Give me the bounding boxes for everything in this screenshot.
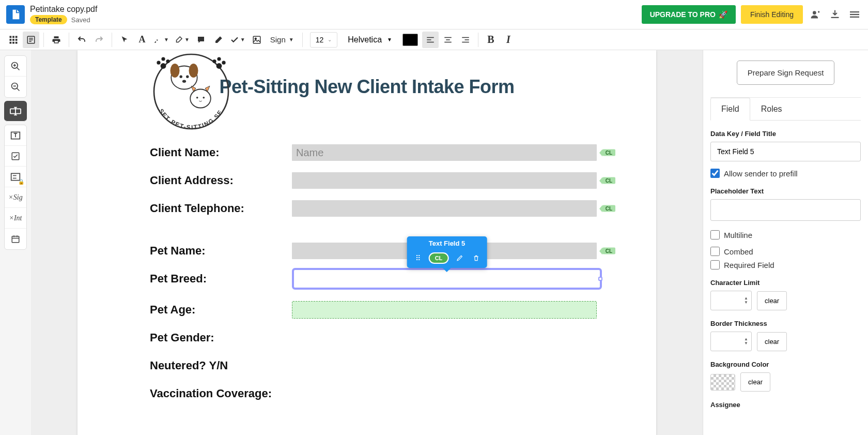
grid-view-icon[interactable] bbox=[5, 32, 22, 48]
zoom-in-button[interactable] bbox=[5, 56, 26, 77]
svg-rect-46 bbox=[12, 236, 19, 243]
drag-handle-icon[interactable]: ⠿ bbox=[412, 252, 424, 264]
image-tool-icon[interactable] bbox=[249, 32, 265, 48]
svg-point-55 bbox=[216, 63, 222, 69]
svg-point-56 bbox=[222, 61, 225, 65]
bg-color-swatch[interactable] bbox=[710, 374, 735, 391]
file-name: Petintake copy.pdf bbox=[30, 5, 97, 14]
panel-tabs: Field Roles bbox=[710, 98, 861, 121]
border-thickness-input[interactable]: ▲▼ bbox=[710, 332, 752, 351]
app-header: Petintake copy.pdf Template Saved UPGRAD… bbox=[0, 0, 868, 29]
char-limit-clear-button[interactable]: clear bbox=[757, 291, 787, 310]
highlighter-tool-icon[interactable]: ▼ bbox=[172, 32, 192, 48]
font-family-select[interactable]: Helvetica▼ bbox=[342, 35, 398, 44]
signature-tool[interactable]: ×Sig bbox=[5, 187, 26, 208]
sign-dropdown[interactable]: Sign▼ bbox=[266, 32, 298, 48]
svg-text:SOMERSET PET-SITTING SERVICES: SOMERSET PET-SITTING SERVICES bbox=[145, 50, 224, 130]
allow-prefill-checkbox[interactable] bbox=[710, 169, 720, 178]
align-right-icon[interactable] bbox=[457, 32, 474, 48]
allow-prefill-label: Allow sender to prefill bbox=[724, 169, 798, 178]
dropdown-tool[interactable]: 🔒 bbox=[5, 167, 26, 187]
finish-editing-button[interactable]: Finish Editing bbox=[741, 5, 803, 24]
svg-rect-4 bbox=[10, 36, 12, 38]
field-label: Pet Name: bbox=[150, 244, 292, 258]
svg-point-61 bbox=[189, 64, 198, 78]
selected-text-field[interactable]: Text Field 5 ⠿ CL bbox=[292, 268, 602, 290]
edit-icon[interactable] bbox=[454, 252, 465, 264]
svg-rect-8 bbox=[12, 39, 14, 41]
role-tag: CL bbox=[602, 149, 615, 156]
popover-title: Text Field 5 bbox=[407, 236, 487, 250]
download-icon[interactable] bbox=[828, 7, 842, 22]
popover-role-badge[interactable]: CL bbox=[429, 252, 449, 264]
italic-icon[interactable]: I bbox=[500, 32, 517, 48]
field-label: Neutered? Y/N bbox=[150, 359, 292, 372]
placeholder-input[interactable] bbox=[710, 199, 861, 221]
required-checkbox[interactable] bbox=[710, 260, 720, 269]
text-tool-icon[interactable]: A bbox=[134, 32, 150, 48]
bold-icon[interactable]: B bbox=[483, 32, 499, 48]
canvas-area[interactable]: SOMERSET PET-SITTING SERVICES Pet-Sittin… bbox=[31, 50, 703, 435]
menu-icon[interactable] bbox=[847, 7, 862, 22]
prepare-sign-request-button[interactable]: Prepare Sign Request bbox=[737, 61, 835, 85]
align-left-icon[interactable] bbox=[422, 32, 439, 48]
svg-point-57 bbox=[212, 59, 216, 63]
select-tool-icon[interactable] bbox=[116, 32, 133, 48]
tab-roles[interactable]: Roles bbox=[750, 98, 793, 121]
text-field[interactable]: Name CL bbox=[292, 144, 597, 161]
left-rail: 🔒 ×Sig ×Int bbox=[0, 50, 31, 435]
color-picker[interactable] bbox=[402, 34, 418, 46]
undo-icon[interactable] bbox=[73, 32, 90, 48]
checkmark-tool-icon[interactable]: ▼ bbox=[228, 32, 247, 48]
svg-rect-9 bbox=[16, 39, 18, 41]
form-row-vaccination: Vaccination Coverage: bbox=[150, 385, 615, 402]
form-row-client-address: Client Address: CL bbox=[150, 172, 615, 189]
comment-tool-icon[interactable] bbox=[193, 32, 209, 48]
initials-tool[interactable]: ×Int bbox=[5, 208, 26, 229]
eraser-tool-icon[interactable] bbox=[210, 32, 227, 48]
border-thickness-clear-button[interactable]: clear bbox=[757, 332, 787, 351]
resize-handle[interactable] bbox=[598, 277, 602, 281]
bg-color-clear-button[interactable]: clear bbox=[740, 372, 770, 392]
company-logo: SOMERSET PET-SITTING SERVICES bbox=[145, 50, 238, 138]
print-icon[interactable] bbox=[48, 32, 65, 48]
form-row-pet-breed: Pet Breed: Text Field 5 ⠿ CL bbox=[150, 271, 615, 287]
align-center-icon[interactable] bbox=[440, 32, 456, 48]
text-field-tool[interactable] bbox=[4, 101, 27, 122]
right-panel: Prepare Sign Request Field Roles Data Ke… bbox=[703, 50, 868, 435]
tab-field[interactable]: Field bbox=[710, 98, 750, 121]
combed-checkbox[interactable] bbox=[710, 247, 720, 256]
date-tool[interactable] bbox=[5, 229, 26, 249]
field-label: Pet Gender: bbox=[150, 331, 292, 344]
zoom-out-button[interactable] bbox=[5, 77, 26, 97]
redo-icon[interactable] bbox=[91, 32, 107, 48]
multiline-checkbox[interactable] bbox=[710, 230, 720, 239]
svg-rect-10 bbox=[10, 41, 12, 43]
svg-point-62 bbox=[180, 76, 182, 78]
brush-tool-icon[interactable]: ▼ bbox=[151, 32, 171, 48]
template-badge: Template bbox=[30, 15, 67, 24]
drop-target-field[interactable] bbox=[292, 301, 597, 319]
text-field[interactable]: CL bbox=[292, 172, 597, 189]
combed-label: Combed bbox=[724, 247, 753, 256]
char-limit-input[interactable]: ▲▼ bbox=[710, 291, 752, 310]
add-user-icon[interactable] bbox=[808, 7, 823, 22]
text-field[interactable]: CL bbox=[292, 200, 597, 217]
form-row-pet-gender: Pet Gender: bbox=[150, 329, 615, 346]
form-row-client-telephone: Client Telephone: CL bbox=[150, 200, 615, 217]
upgrade-button[interactable]: UPGRADE TO PRO 🚀 bbox=[642, 5, 736, 24]
text-area-tool[interactable] bbox=[5, 125, 26, 146]
svg-rect-12 bbox=[16, 41, 18, 43]
form-row-pet-name: Pet Name: CL bbox=[150, 243, 615, 259]
data-key-input[interactable] bbox=[710, 142, 861, 161]
delete-icon[interactable] bbox=[470, 252, 482, 264]
bg-color-label: Background Color bbox=[710, 361, 861, 368]
font-size-select[interactable]: 12⌄ bbox=[310, 32, 338, 48]
field-label: Pet Age: bbox=[150, 303, 292, 317]
form-row-pet-age: Pet Age: bbox=[150, 302, 615, 318]
svg-point-0 bbox=[813, 11, 816, 14]
checkbox-tool[interactable] bbox=[5, 146, 26, 167]
svg-point-63 bbox=[186, 76, 189, 78]
role-tag: CL bbox=[602, 177, 615, 184]
page-view-icon[interactable] bbox=[23, 32, 39, 48]
